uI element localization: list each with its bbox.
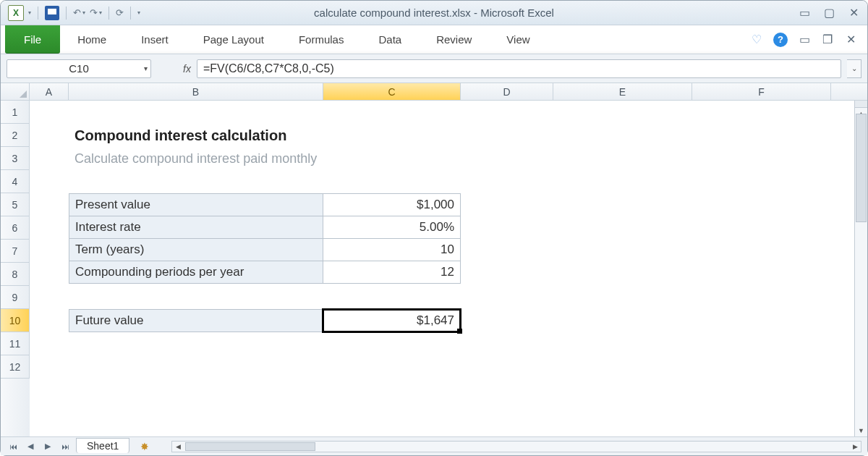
formula-text: =FV(C6/C8,C7*C8,0,-C5) <box>203 62 334 75</box>
row-header-5[interactable]: 5 <box>1 193 30 216</box>
undo-button[interactable]: ↶▾ <box>73 7 85 18</box>
cell-label-future-value[interactable]: Future value <box>69 309 323 332</box>
row-header-12[interactable]: 12 <box>1 355 30 379</box>
row-header-7[interactable]: 7 <box>1 240 30 263</box>
worksheet-grid: A B C D E F 1 2 3 4 5 6 7 8 9 10 11 12 <box>1 83 867 436</box>
cell-value-term[interactable]: 10 <box>323 238 461 261</box>
col-header-b[interactable]: B <box>69 83 323 100</box>
col-header-e[interactable]: E <box>553 83 692 100</box>
cell-label-term[interactable]: Term (years) <box>69 238 323 261</box>
qat-app-menu-caret[interactable]: ▾ <box>28 9 31 16</box>
quick-access-toolbar: X ▾ ↶▾ ↷▾ ⟳ ▾ <box>8 5 140 21</box>
row-header-1[interactable]: 1 <box>1 101 30 124</box>
redo-button[interactable]: ↷▾ <box>90 7 102 18</box>
scroll-left-icon[interactable]: ◀ <box>172 442 184 452</box>
name-box-dropdown-icon[interactable]: ▾ <box>144 64 148 72</box>
sheet-tab-bar: ⏮ ◀ ▶ ⏭ Sheet1 ✸ ◀ ▶ <box>1 436 867 455</box>
save-icon[interactable] <box>45 6 59 20</box>
qat-customize-caret[interactable]: ▾ <box>137 9 140 16</box>
row-header-11[interactable]: 11 <box>1 332 30 355</box>
horizontal-scrollbar[interactable]: ◀ ▶ <box>171 441 861 452</box>
formula-expand-icon[interactable]: ⌄ <box>847 59 861 78</box>
tab-home[interactable]: Home <box>60 25 124 54</box>
cell-label-interest-rate[interactable]: Interest rate <box>69 216 323 239</box>
row-header-4[interactable]: 4 <box>1 170 30 193</box>
sheet-tab-active[interactable]: Sheet1 <box>76 438 129 453</box>
file-tab[interactable]: File <box>5 25 60 54</box>
ribbon-minimize-heart-icon[interactable]: ♡ <box>750 33 763 46</box>
cell-label-periods[interactable]: Compounding periods per year <box>69 261 323 284</box>
col-header-f[interactable]: F <box>692 83 831 100</box>
scroll-right-icon[interactable]: ▶ <box>849 442 861 452</box>
tab-formulas[interactable]: Formulas <box>281 25 362 54</box>
ribbon: File Home Insert Page Layout Formulas Da… <box>1 25 867 54</box>
formula-bar: C10 ▾ ✕ fx =FV(C6/C8,C7*C8,0,-C5) ⌄ <box>1 54 867 83</box>
column-headers: A B C D E F <box>1 83 867 101</box>
new-sheet-icon[interactable]: ✸ <box>137 440 153 453</box>
row-header-10[interactable]: 10 <box>1 309 30 332</box>
hscroll-thumb[interactable] <box>185 442 315 451</box>
sheet-nav-first-icon[interactable]: ⏮ <box>7 440 20 453</box>
col-header-d[interactable]: D <box>461 83 553 100</box>
maximize-icon[interactable]: ▢ <box>822 7 835 20</box>
name-box-value: C10 <box>69 62 89 75</box>
help-icon[interactable]: ? <box>773 33 788 47</box>
cell-title[interactable]: Compound interest calculation <box>69 124 461 147</box>
fx-icon[interactable]: fx <box>183 63 191 75</box>
col-header-c[interactable]: C <box>323 83 461 100</box>
tab-page-layout[interactable]: Page Layout <box>186 25 281 54</box>
workbook-close-icon[interactable]: ✕ <box>844 33 857 46</box>
excel-window: X ▾ ↶▾ ↷▾ ⟳ ▾ calculate compound interes… <box>0 0 868 456</box>
sheet-nav-last-icon[interactable]: ⏭ <box>59 440 72 453</box>
cell-value-interest-rate[interactable]: 5.00% <box>323 216 461 239</box>
cell-subtitle[interactable]: Calculate compound interest paid monthly <box>69 147 461 170</box>
tab-insert[interactable]: Insert <box>124 25 186 54</box>
split-handle-icon[interactable] <box>855 101 867 108</box>
cell-value-present-value[interactable]: $1,000 <box>323 193 461 216</box>
tab-review[interactable]: Review <box>419 25 489 54</box>
row-header-8[interactable]: 8 <box>1 263 30 286</box>
sheet-nav-prev-icon[interactable]: ◀ <box>24 440 37 453</box>
tab-data[interactable]: Data <box>361 25 419 54</box>
titlebar: X ▾ ↶▾ ↷▾ ⟳ ▾ calculate compound interes… <box>1 1 867 25</box>
row-header-9[interactable]: 9 <box>1 286 30 309</box>
vscroll-thumb[interactable] <box>856 114 867 222</box>
col-header-a[interactable]: A <box>30 83 69 100</box>
sheet-nav-next-icon[interactable]: ▶ <box>41 440 54 453</box>
cells-canvas[interactable]: Compound interest calculation Calculate … <box>30 101 867 436</box>
minimize-icon[interactable]: ▭ <box>798 7 811 20</box>
excel-app-icon[interactable]: X <box>8 5 24 21</box>
close-icon[interactable]: ✕ <box>847 7 860 20</box>
row-header-6[interactable]: 6 <box>1 216 30 240</box>
row-header-2[interactable]: 2 <box>1 124 30 147</box>
row-header-3[interactable]: 3 <box>1 147 30 170</box>
select-all-corner[interactable] <box>1 83 30 100</box>
refresh-button[interactable]: ⟳ <box>116 7 124 18</box>
row-headers: 1 2 3 4 5 6 7 8 9 10 11 12 <box>1 101 30 436</box>
name-box[interactable]: C10 ▾ <box>7 59 151 78</box>
workbook-restore-icon[interactable]: ❐ <box>821 33 834 46</box>
cell-label-present-value[interactable]: Present value <box>69 193 323 216</box>
workbook-minimize-icon[interactable]: ▭ <box>798 33 811 46</box>
vertical-scrollbar[interactable]: ▲ ▼ <box>854 101 867 436</box>
formula-input[interactable]: =FV(C6/C8,C7*C8,0,-C5) <box>197 59 841 78</box>
tab-view[interactable]: View <box>489 25 547 54</box>
cell-value-future-value[interactable]: $1,647 <box>323 309 461 332</box>
cell-value-periods[interactable]: 12 <box>323 261 461 284</box>
scroll-down-icon[interactable]: ▼ <box>855 425 867 436</box>
